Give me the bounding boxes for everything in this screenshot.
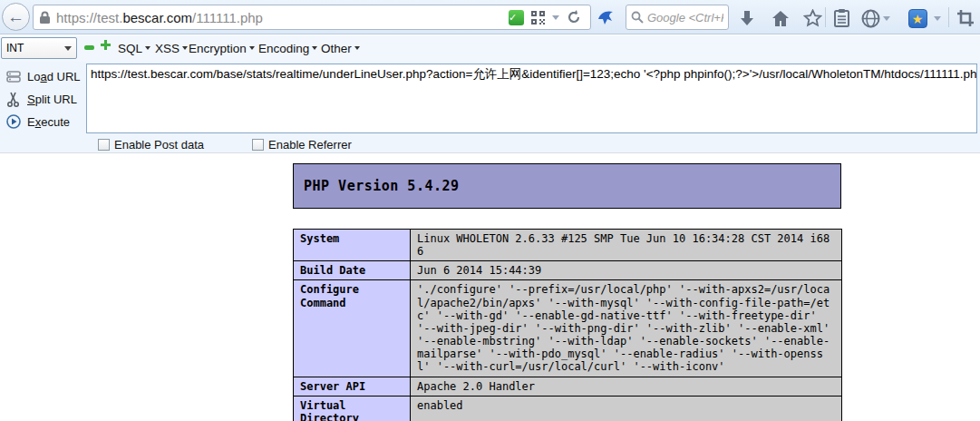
row-key: Virtual Directory Support [294,396,411,421]
toolbar-separator [825,7,826,27]
hackbar-options-row: Enable Post data Enable Referrer [86,135,980,153]
browser-toolbar: ← https://test.bescar.com/111111.php ✓ G… [0,0,980,34]
urlbar-dropdown-icon[interactable] [552,15,559,20]
table-row: Configure Command './configure' '--prefi… [294,280,842,377]
table-row: Virtual Directory Support enabled [294,396,842,421]
execute-button[interactable]: Execute [5,113,70,131]
proxy-globe-icon[interactable] [859,7,881,29]
url-text: https://test.bescar.com/111111.php [56,10,505,25]
split-url-button[interactable]: Split URL [5,90,77,108]
row-value: './configure' '--prefix=/usr/local/php' … [411,280,842,377]
row-value: Apache 2.0 Handler [411,377,842,396]
enable-referrer-label: Enable Referrer [268,138,352,152]
menu-encryption[interactable]: Encryption [189,38,255,58]
menu-xss[interactable]: XSS [155,38,188,58]
toolbar-separator-2 [948,7,949,27]
hackbar-url-textarea[interactable]: https://test.bescar.com/base/stats/realt… [86,64,977,133]
hackbar-menubar: INT SQL XSS Encryption Encoding Other [0,35,980,62]
menu-sql[interactable]: SQL [118,38,150,58]
php-version-header: PHP Version 5.4.29 [293,163,841,209]
load-url-icon [5,69,21,84]
enable-referrer-checkbox[interactable]: Enable Referrer [252,138,388,152]
search-input[interactable]: Google <Ctrl+K [626,5,729,30]
crop-icon[interactable] [955,7,976,29]
qr-code-icon[interactable] [531,11,545,24]
checkbox-icon [98,139,110,151]
home-icon[interactable] [770,7,791,29]
search-placeholder: Google <Ctrl+K [647,11,723,24]
execute-label: Execute [27,115,70,129]
phpinfo-table: System Linux WHOLETON 2.6.33 #125 SMP Tu… [293,229,842,421]
menu-encoding[interactable]: Encoding [258,38,317,58]
checkbox-icon [252,139,264,151]
execute-play-icon [5,114,21,130]
hackbar-actions: Load URL Split URL Execute [0,62,86,153]
extension-icon[interactable] [595,7,616,29]
back-button[interactable]: ← [2,3,30,31]
bookmark-star-icon[interactable] [801,7,823,29]
proxy-dropdown-icon[interactable] [881,7,892,29]
row-value: enabled [411,396,842,421]
table-row: System Linux WHOLETON 2.6.33 #125 SMP Tu… [294,230,842,261]
hackbar-charset-value: INT [6,42,24,54]
increase-icon[interactable] [101,40,111,50]
clipboard-icon[interactable] [830,7,852,29]
load-url-button[interactable]: Load URL [5,67,81,85]
scissors-icon [5,92,21,107]
table-row: Server API Apache 2.0 Handler [294,377,842,396]
split-url-label: Split URL [27,93,77,106]
row-key: Server API [294,377,411,396]
lock-icon [39,11,51,24]
enable-post-data-label: Enable Post data [114,138,204,152]
downloads-icon[interactable] [736,7,758,29]
row-key: Configure Command [294,280,411,377]
decrease-icon[interactable] [84,45,94,50]
row-value: Linux WHOLETON 2.6.33 #125 SMP Tue Jun 1… [411,230,842,261]
load-url-label: Load URL [27,70,81,83]
enable-post-data-checkbox[interactable]: Enable Post data [98,138,240,152]
reload-icon[interactable] [567,10,581,24]
menu-other[interactable]: Other [321,38,360,58]
row-value: Jun 6 2014 15:44:39 [411,261,842,280]
addon-star-icon[interactable]: ★ [907,7,928,29]
url-bar[interactable]: https://test.bescar.com/111111.php ✓ [33,5,591,30]
addon-dropdown-icon[interactable] [932,7,943,29]
row-key: System [294,230,411,261]
hackbar-panel: Load URL Split URL Execute https://test.… [0,62,980,153]
search-icon [631,11,644,24]
hackbar-charset-select[interactable]: INT [1,37,77,59]
row-key: Build Date [294,261,411,280]
phpinfo-page: PHP Version 5.4.29 System Linux WHOLETON… [0,154,980,421]
shield-verified-icon[interactable]: ✓ [509,10,524,25]
table-row: Build Date Jun 6 2014 15:44:39 [294,261,842,280]
